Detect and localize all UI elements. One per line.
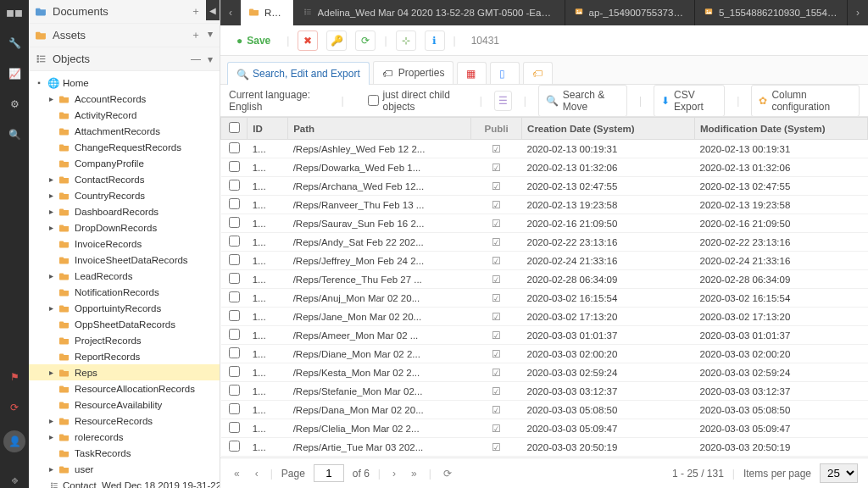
tree-item[interactable]: InvoiceRecords [29,236,220,252]
subtab-search[interactable]: 🔍Search, Edit and Export [227,62,370,85]
data-grid[interactable]: ID Path Publi Creation Date (System) Mod… [220,117,868,458]
wrench-icon[interactable]: 🔧 [7,36,22,51]
next-page-button[interactable]: › [389,466,399,481]
tree-item[interactable]: ActivityRecord [29,107,220,123]
collapse-sidebar-button[interactable]: ◀ [206,0,220,20]
chart-icon[interactable]: 📈 [7,66,22,81]
subtab-tag[interactable]: 🏷 [523,62,553,84]
refresh-icon[interactable]: ⟳ [7,400,22,415]
delete-button[interactable]: ✖ [298,30,318,51]
col-creation[interactable]: Creation Date (System) [522,118,695,140]
expand-icon[interactable]: ▸ [46,175,56,184]
tree-item[interactable]: ▸user [29,461,220,477]
col-id[interactable]: ID [248,118,288,140]
table-row[interactable]: 1.../Reps/Dowarka_Wed Feb 1...☑2020-02-1… [221,158,868,177]
table-row[interactable]: 1.../Reps/Archana_Wed Feb 12...☑2020-02-… [221,177,868,196]
row-checkbox[interactable] [229,310,240,321]
row-checkbox[interactable] [229,180,240,191]
row-checkbox[interactable] [229,441,240,452]
select-all-checkbox[interactable] [221,118,248,140]
tab-prev-button[interactable]: ‹ [220,0,241,25]
table-row[interactable]: 1.../Reps/Saurav_Sun Feb 16 2...☑2020-02… [221,214,868,233]
prev-page-button[interactable]: ‹ [252,466,262,481]
tree-item[interactable]: ResourceAllocationRecords [29,380,220,396]
tree-item[interactable]: ▸Reps [29,364,220,380]
table-row[interactable]: 1.../Reps/Alicia_Tue Mar 03 20...☑2020-0… [221,457,868,458]
tab[interactable]: 5_1554886210930_15549055 [695,0,848,25]
tree-item[interactable]: InvoiceSheetDataRecords [29,252,220,268]
chevron-down-icon[interactable]: ▾ [208,53,213,65]
tree-item[interactable]: ▸AccountRecords [29,91,220,107]
table-row[interactable]: 1.../Reps/Jeffrey_Mon Feb 24 2...☑2020-0… [221,252,868,270]
table-row[interactable]: 1.../Reps/Anuj_Mon Mar 02 20...☑2020-03-… [221,289,868,308]
tree-item[interactable]: OppSheetDataRecords [29,316,220,332]
reload-button[interactable]: ⟳ [355,30,376,51]
tree-item[interactable]: ▸ContactRecords [29,171,220,187]
tree-item[interactable]: ▸OpportuintyRecords [29,300,220,316]
panel-documents[interactable]: Documents ＋▾ [29,0,220,24]
csv-export-button[interactable]: ⬇CSV Export [654,85,725,117]
last-page-button[interactable]: » [408,466,420,481]
row-checkbox[interactable] [229,217,240,228]
subtab-properties[interactable]: 🏷Properties [373,61,454,84]
tree-item[interactable]: CompanyProfile [29,155,220,171]
filter-icon[interactable]: ☰ [494,91,512,111]
table-row[interactable]: 1.../Reps/Ranveer_Thu Feb 13 ...☑2020-02… [221,196,868,214]
tree-item[interactable]: ▸DashboardRecords [29,203,220,219]
table-row[interactable]: 1.../Reps/Clelia_Mon Mar 02 2...☑2020-03… [221,419,868,438]
row-checkbox[interactable] [229,422,240,433]
table-row[interactable]: 1.../Reps/Terence_Thu Feb 27 ...☑2020-02… [221,270,868,289]
tree-item[interactable]: ResourceAvailability [29,396,220,413]
tree-item[interactable]: ChangeRequestRecords [29,139,220,155]
subtab-grid[interactable]: ▦ [457,62,487,84]
tree-item[interactable]: ▸LeadRecords [29,268,220,284]
warning-icon[interactable]: ⚑ [7,369,22,385]
tab[interactable]: Adelina_Wed Mar 04 2020 13-52-28 GMT-050… [294,0,565,25]
tab[interactable]: ap-_1549007553731.jpg [565,0,695,25]
table-row[interactable]: 1.../Reps/Ashley_Wed Feb 12 2...☑2020-02… [221,140,868,158]
table-row[interactable]: 1.../Reps/Dana_Mon Mar 02 20...☑2020-03-… [221,401,868,419]
expand-icon[interactable]: ▸ [46,207,56,216]
expand-icon[interactable]: ▸ [46,464,56,474]
expand-icon[interactable]: ▸ [46,191,56,200]
collapse-icon[interactable]: ▪ [34,78,44,87]
tree-button[interactable]: ⊹ [396,30,416,51]
minus-icon[interactable]: — [191,53,201,65]
col-published[interactable]: Publi [471,118,522,140]
add-icon[interactable]: ＋ [191,28,201,42]
table-row[interactable]: 1.../Reps/Kesta_Mon Mar 02 2...☑2020-03-… [221,363,868,382]
row-checkbox[interactable] [229,142,240,153]
avatar[interactable]: 👤 [3,430,25,452]
expand-icon[interactable]: ▸ [46,223,56,232]
table-row[interactable]: 1.../Reps/Artie_Tue Mar 03 202...☑2020-0… [221,438,868,457]
row-checkbox[interactable] [229,161,240,172]
tree-item[interactable]: NotificationRecords [29,284,220,300]
expand-icon[interactable]: ▸ [46,94,56,103]
grid-icon[interactable]: ◼◼ [7,5,22,20]
row-checkbox[interactable] [229,236,240,247]
expand-icon[interactable]: ▸ [46,303,56,313]
gear-icon[interactable]: ⚙ [7,97,22,112]
subtab-layout[interactable]: ▯ [490,62,520,84]
tree-item[interactable]: ▸rolerecords [29,429,220,445]
expand-icon[interactable]: ▸ [46,432,56,441]
direct-children-checkbox[interactable]: just direct child objects [368,89,468,113]
table-row[interactable]: 1.../Reps/Stefanie_Mon Mar 02...☑2020-03… [221,382,868,401]
table-row[interactable]: 1.../Reps/Jane_Mon Mar 02 20...☑2020-03-… [221,308,868,326]
table-row[interactable]: 1.../Reps/Ameer_Mon Mar 02 ...☑2020-03-0… [221,326,868,345]
row-checkbox[interactable] [229,385,240,396]
panel-assets[interactable]: Assets ＋▾ [29,24,220,47]
logout-icon[interactable]: ⎆ [7,473,22,488]
col-modification[interactable]: Modification Date (System) [695,118,868,140]
key-button[interactable]: 🔑 [326,30,347,51]
tree-item[interactable]: Contact_Wed Dec 18 2019 19-31-22 G [29,477,220,488]
table-row[interactable]: 1.../Reps/Diane_Mon Mar 02 2...☑2020-03-… [221,345,868,363]
row-checkbox[interactable] [229,198,240,209]
page-input[interactable] [314,464,344,482]
add-icon[interactable]: ＋ [191,4,201,19]
tree-item[interactable]: ▸CountryRecords [29,187,220,203]
row-checkbox[interactable] [229,403,240,414]
tab-next-button[interactable]: › [848,0,868,25]
expand-icon[interactable]: ▸ [46,271,56,280]
search-icon[interactable]: 🔍 [7,127,22,142]
